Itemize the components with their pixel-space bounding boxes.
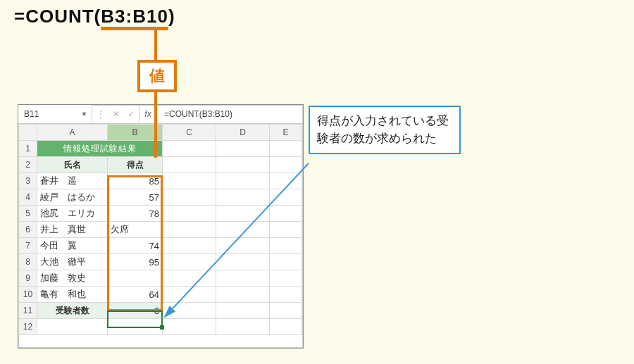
sheet-title-cell[interactable]: 情報処理試験結果 <box>37 141 163 157</box>
row-header[interactable]: 11 <box>19 303 37 319</box>
cell[interactable] <box>216 206 270 222</box>
formula-suffix: ) <box>168 6 175 27</box>
cell[interactable] <box>270 173 302 189</box>
cell[interactable] <box>163 319 216 335</box>
col-header[interactable]: A <box>37 125 108 141</box>
cell[interactable] <box>216 222 270 238</box>
cell[interactable] <box>270 287 302 303</box>
result-value-cell[interactable]: 6 <box>108 303 163 319</box>
cell[interactable] <box>270 222 302 238</box>
row-header[interactable]: 3 <box>19 173 37 189</box>
row-header[interactable]: 8 <box>19 254 37 270</box>
score-cell[interactable]: 欠席 <box>108 222 163 238</box>
score-cell[interactable]: 95 <box>108 254 163 270</box>
score-cell[interactable]: 57 <box>108 189 163 206</box>
cell[interactable] <box>163 238 216 254</box>
cell[interactable] <box>270 254 302 270</box>
row-header[interactable]: 5 <box>19 206 37 222</box>
select-all-corner[interactable] <box>19 125 37 141</box>
cell[interactable] <box>163 141 216 157</box>
col-header[interactable]: D <box>216 125 270 141</box>
row-header[interactable]: 10 <box>19 287 37 303</box>
formula-controls: ⋮ ✕ ✓ <box>92 105 139 123</box>
score-cell[interactable]: 85 <box>108 173 163 189</box>
name-cell[interactable]: 亀有 和也 <box>37 287 108 303</box>
grid-area: A B C D E 1 情報処理試験結果 2 氏名 得点 3 蒼井 遥 8 <box>18 124 303 335</box>
cell[interactable] <box>216 319 270 335</box>
dots-icon[interactable]: ⋮ <box>97 109 105 119</box>
cell[interactable] <box>37 319 108 335</box>
cell[interactable] <box>163 254 216 270</box>
col-header[interactable]: C <box>163 125 216 141</box>
cell[interactable] <box>216 270 270 287</box>
table-row: 5 池尻 エリカ 78 <box>19 206 302 222</box>
table-row: 7 今田 翼 74 <box>19 238 302 254</box>
cell[interactable] <box>163 189 216 206</box>
table-row: 6 井上 真世 欠席 <box>19 222 302 238</box>
name-cell[interactable]: 井上 真世 <box>37 222 108 238</box>
cell[interactable] <box>163 287 216 303</box>
cell[interactable] <box>108 319 163 335</box>
cell[interactable] <box>216 189 270 206</box>
table-row: 4 綾戸 はるか 57 <box>19 189 302 206</box>
cell[interactable] <box>163 303 216 319</box>
name-cell[interactable]: 池尻 エリカ <box>37 206 108 222</box>
header-score[interactable]: 得点 <box>108 157 163 173</box>
confirm-icon[interactable]: ✓ <box>128 109 135 119</box>
score-cell[interactable]: 64 <box>108 287 163 303</box>
cell[interactable] <box>216 141 270 157</box>
cell[interactable] <box>216 157 270 173</box>
cell[interactable] <box>163 173 216 189</box>
cell[interactable] <box>216 287 270 303</box>
cell[interactable] <box>216 173 270 189</box>
cell[interactable] <box>163 157 216 173</box>
table-row: 3 蒼井 遥 85 <box>19 173 302 189</box>
formula-range: B3:B10 <box>101 6 168 27</box>
cancel-icon[interactable]: ✕ <box>113 109 120 119</box>
score-cell[interactable] <box>108 270 163 287</box>
cell[interactable] <box>216 254 270 270</box>
name-cell[interactable]: 今田 翼 <box>37 238 108 254</box>
name-cell[interactable]: 加藤 敦史 <box>37 270 108 287</box>
cell[interactable] <box>270 319 302 335</box>
formula-input[interactable]: =COUNT(B3:B10) <box>157 105 303 123</box>
name-cell[interactable]: 綾戸 はるか <box>37 189 108 206</box>
cell[interactable] <box>163 222 216 238</box>
worksheet-grid[interactable]: A B C D E 1 情報処理試験結果 2 氏名 得点 3 蒼井 遥 8 <box>18 124 302 335</box>
row-header[interactable]: 12 <box>19 319 37 335</box>
table-row: 10 亀有 和也 64 <box>19 287 302 303</box>
row-header[interactable]: 7 <box>19 238 37 254</box>
row-header[interactable]: 4 <box>19 189 37 206</box>
header-name[interactable]: 氏名 <box>37 157 108 173</box>
cell[interactable] <box>216 238 270 254</box>
table-row: 1 情報処理試験結果 <box>19 141 302 157</box>
column-header-row: A B C D E <box>19 125 302 141</box>
callout-box: 得点が入力されている受験者の数が求められた <box>309 106 461 154</box>
table-row: 8 大池 徹平 95 <box>19 254 302 270</box>
cell[interactable] <box>216 303 270 319</box>
name-cell[interactable]: 蒼井 遥 <box>37 173 108 189</box>
cell[interactable] <box>270 303 302 319</box>
cell[interactable] <box>270 270 302 287</box>
row-header[interactable]: 1 <box>19 141 37 157</box>
name-cell[interactable]: 大池 徹平 <box>37 254 108 270</box>
cell[interactable] <box>270 189 302 206</box>
name-box[interactable]: B11 ▼ <box>18 105 92 123</box>
score-cell[interactable]: 78 <box>108 206 163 222</box>
row-header[interactable]: 2 <box>19 157 37 173</box>
cell[interactable] <box>163 206 216 222</box>
cell[interactable] <box>270 157 302 173</box>
connector-vertical-top <box>154 30 157 61</box>
cell[interactable] <box>163 270 216 287</box>
cell[interactable] <box>270 141 302 157</box>
result-label-cell[interactable]: 受験者数 <box>37 303 108 319</box>
row-header[interactable]: 9 <box>19 270 37 287</box>
cell[interactable] <box>270 238 302 254</box>
table-row: 9 加藤 敦史 <box>19 270 302 287</box>
name-box-dropdown-icon[interactable]: ▼ <box>81 111 87 118</box>
cell[interactable] <box>270 206 302 222</box>
table-row: 12 <box>19 319 302 335</box>
score-cell[interactable]: 74 <box>108 238 163 254</box>
row-header[interactable]: 6 <box>19 222 37 238</box>
col-header[interactable]: E <box>270 125 302 141</box>
